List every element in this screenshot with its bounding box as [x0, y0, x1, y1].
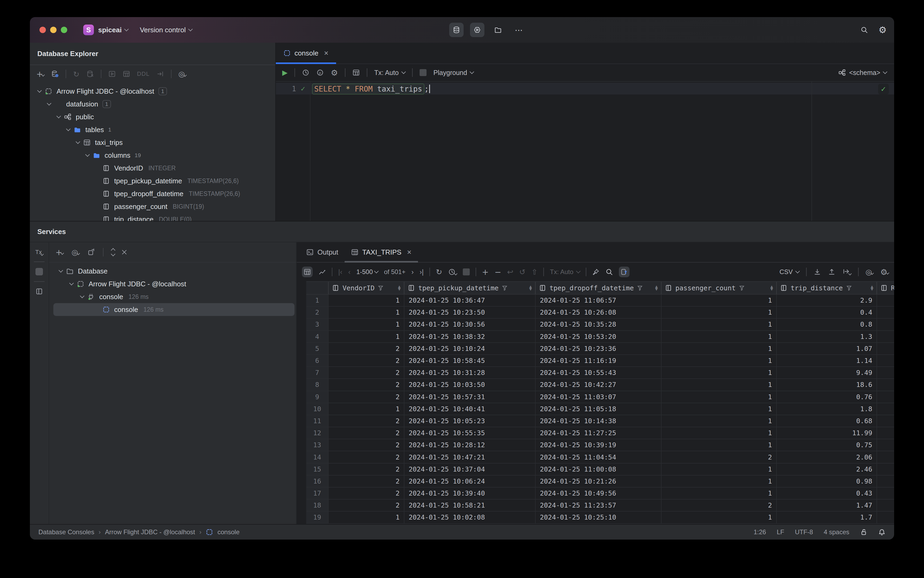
row-number[interactable]: 11	[306, 415, 329, 427]
cell-passenger_count[interactable]: 1	[661, 295, 777, 307]
cell-trip_distance[interactable]: 0.75	[777, 439, 877, 451]
chevron-down-icon[interactable]	[64, 129, 73, 130]
cell-vendorid[interactable]: 2	[329, 415, 404, 427]
cell-trip_distance[interactable]: 0.8	[777, 318, 877, 331]
column-header-passenger_count[interactable]: passenger_count▲▼	[661, 282, 777, 294]
table-row[interactable]: 822024-01-25 10:03:502024-01-25 10:42:27…	[306, 379, 894, 391]
table-row[interactable]: 1012024-01-25 10:40:412024-01-25 11:05:1…	[306, 403, 894, 415]
cell-rate[interactable]	[877, 439, 894, 451]
cell-vendorid[interactable]: 2	[329, 439, 404, 451]
reload-page-button[interactable]: ↻	[436, 268, 442, 276]
console-settings-button[interactable]: ⚙	[331, 68, 338, 77]
version-control-menu[interactable]: Version control	[140, 26, 192, 34]
cell-vendorid[interactable]: 2	[329, 500, 404, 511]
add-service-button[interactable]: +	[55, 248, 63, 257]
cell-trip_distance[interactable]: 0.68	[777, 415, 877, 427]
cell-tpep_dropoff_datetime[interactable]: 2024-01-25 10:25:10	[536, 511, 661, 524]
tree-item-arrow-flight-jdbc-localhost[interactable]: Arrow Flight JDBC - @localhost1	[30, 85, 275, 97]
cell-passenger_count[interactable]: 1	[661, 379, 777, 391]
stop-query-button[interactable]	[463, 268, 470, 275]
cell-passenger_count[interactable]: 1	[661, 307, 777, 318]
delete-row-button[interactable]: −	[494, 267, 501, 277]
column-header-tpep_dropoff_datetime[interactable]: tpep_dropoff_datetime▲▼	[536, 282, 661, 294]
row-number[interactable]: 17	[306, 487, 329, 500]
toggle-filters-button[interactable]	[619, 266, 629, 277]
cell-passenger_count[interactable]: 1	[661, 476, 777, 487]
parameters-button[interactable]: p	[316, 69, 324, 76]
chevron-down-icon[interactable]	[54, 116, 63, 118]
cell-tpep_dropoff_datetime[interactable]: 2024-01-25 11:00:08	[536, 464, 661, 476]
cell-vendorid[interactable]: 1	[329, 318, 404, 331]
cell-tpep_dropoff_datetime[interactable]: 2024-01-25 11:27:25	[536, 427, 661, 439]
cell-passenger_count[interactable]: 1	[661, 367, 777, 379]
cell-tpep_pickup_datetime[interactable]: 2024-01-25 10:06:24	[404, 476, 536, 487]
tab-console[interactable]: console ✕	[276, 43, 336, 63]
cell-tpep_pickup_datetime[interactable]: 2024-01-25 10:31:28	[404, 367, 536, 379]
cell-tpep_dropoff_datetime[interactable]: 2024-01-25 10:42:27	[536, 379, 661, 391]
cell-tpep_pickup_datetime[interactable]: 2024-01-25 10:57:31	[404, 391, 536, 403]
cell-passenger_count[interactable]: 2	[661, 500, 777, 511]
close-icon[interactable]: ✕	[324, 50, 329, 57]
breadcrumb-connection[interactable]: Arrow Flight JDBC - @localhost	[105, 528, 195, 536]
caret-position[interactable]: 1:26	[754, 528, 766, 536]
collapse-all-button[interactable]	[123, 249, 126, 256]
open-in-new-tab-button[interactable]	[88, 248, 95, 256]
row-number[interactable]: 18	[306, 500, 329, 511]
add-datasource-button[interactable]: +	[36, 69, 44, 79]
disconnect-button[interactable]	[86, 70, 94, 78]
sort-toggle-icon[interactable]: ▲▼	[655, 285, 658, 291]
cell-tpep_dropoff_datetime[interactable]: 2024-01-25 11:03:07	[536, 391, 661, 403]
cell-tpep_dropoff_datetime[interactable]: 2024-01-25 10:39:19	[536, 439, 661, 451]
filter-icon[interactable]	[637, 285, 643, 291]
encoding[interactable]: UTF-8	[795, 528, 813, 536]
tree-item-tables[interactable]: tables1	[30, 123, 275, 136]
tree-item-trip-distance[interactable]: trip_distanceDOUBLE(0)	[30, 213, 275, 221]
column-header-rate[interactable]: Rate▲▼	[877, 282, 894, 294]
row-number[interactable]: 2	[306, 307, 329, 318]
tree-item-vendorid[interactable]: VendorIDINTEGER	[30, 162, 275, 175]
cell-tpep_pickup_datetime[interactable]: 2024-01-25 10:39:40	[404, 487, 536, 500]
table-view-button[interactable]	[302, 266, 313, 277]
tx-strip-button[interactable]: Tx	[35, 249, 43, 256]
indent-style[interactable]: 4 spaces	[824, 528, 849, 536]
row-number[interactable]: 3	[306, 318, 329, 331]
tree-item-console[interactable]: console126 ms	[53, 303, 295, 316]
import-button[interactable]	[814, 268, 821, 276]
table-row[interactable]: 922024-01-25 10:57:312024-01-25 11:03:07…	[306, 391, 894, 403]
breadcrumb-console[interactable]: console	[217, 528, 240, 536]
tree-item-tpep-pickup-datetime[interactable]: tpep_pickup_datetimeTIMESTAMP(26,6)	[30, 175, 275, 187]
notifications-button[interactable]	[878, 528, 885, 536]
cell-vendorid[interactable]: 1	[329, 295, 404, 307]
layout-strip-button[interactable]	[36, 288, 43, 295]
cell-tpep_dropoff_datetime[interactable]: 2024-01-25 10:55:43	[536, 367, 661, 379]
cell-passenger_count[interactable]: 1	[661, 331, 777, 343]
cell-tpep_dropoff_datetime[interactable]: 2024-01-25 10:23:36	[536, 343, 661, 355]
tab-taxi-trips[interactable]: TAXI_TRIPS ✕	[345, 242, 418, 262]
row-number[interactable]: 16	[306, 476, 329, 487]
cell-tpep_pickup_datetime[interactable]: 2024-01-25 10:10:24	[404, 343, 536, 355]
cell-vendorid[interactable]: 2	[329, 427, 404, 439]
run-widget-button[interactable]	[470, 23, 485, 37]
table-row[interactable]: 522024-01-25 10:10:242024-01-25 10:23:36…	[306, 343, 894, 355]
cell-trip_distance[interactable]: 1.7	[777, 511, 877, 524]
line-ending[interactable]: LF	[777, 528, 784, 536]
export-format-dropdown[interactable]: CSV	[780, 268, 799, 276]
table-row[interactable]: 1822024-01-25 10:58:212024-01-25 11:23:5…	[306, 500, 894, 511]
cell-vendorid[interactable]: 2	[329, 343, 404, 355]
next-page-button[interactable]: ›	[411, 268, 414, 276]
services-view-options-button[interactable]: ◎	[71, 248, 79, 257]
close-icon[interactable]: ✕	[407, 249, 412, 256]
filter-icon[interactable]	[378, 285, 384, 291]
cell-rate[interactable]	[877, 476, 894, 487]
cell-tpep_pickup_datetime[interactable]: 2024-01-25 10:28:12	[404, 439, 536, 451]
prev-page-button[interactable]: ‹	[348, 268, 350, 276]
row-number[interactable]: 14	[306, 451, 329, 463]
cell-trip_distance[interactable]: 0.76	[777, 391, 877, 403]
pin-tab-button[interactable]	[592, 268, 600, 276]
cell-tpep_dropoff_datetime[interactable]: 2024-01-25 11:23:57	[536, 500, 661, 511]
cell-trip_distance[interactable]: 0.43	[777, 487, 877, 500]
cell-rate[interactable]	[877, 487, 894, 500]
cell-tpep_pickup_datetime[interactable]: 2024-01-25 10:47:21	[404, 451, 536, 463]
chevron-down-icon[interactable]	[78, 296, 86, 297]
execute-button[interactable]: ▶	[282, 68, 287, 76]
